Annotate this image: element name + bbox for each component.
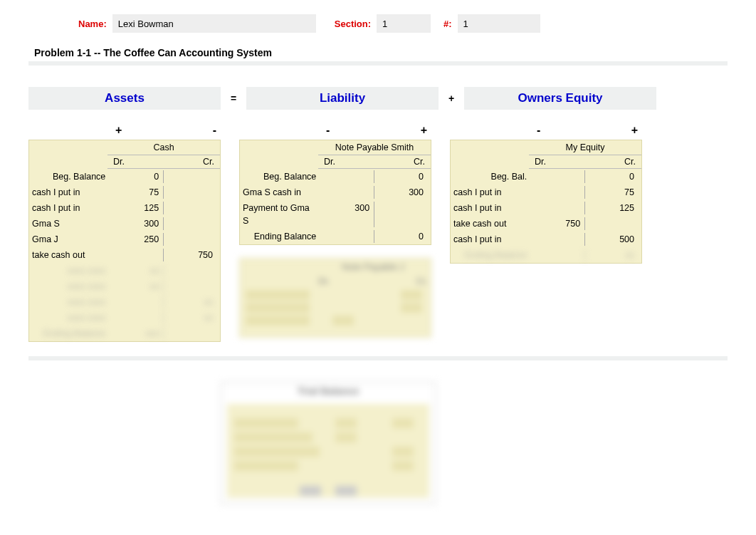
table-row: Beg. Balance0 [240,169,431,185]
equity-signs: - + [450,124,642,137]
table-row: Gma S cash in300 [240,185,431,200]
table-row: Ending Balance0 [240,229,431,244]
assets-signs: + - [28,124,221,137]
table-row: cash I put in500 [451,232,641,247]
equity-title: My Equity [529,140,641,155]
equals-sign: = [229,93,238,104]
equity-t-account: My Equity Dr. Cr. Beg. Bal.0 cash I put … [450,140,642,264]
assets-heading: Assets [28,87,221,110]
table-row: Beg. Balance0 [29,169,220,185]
table-row: take cash out750 [29,247,220,263]
table-row: Payment to Gma S300 [240,200,431,229]
problem-title: Problem 1-1 -- The Coffee Can Accounting… [34,47,728,58]
assets-column: + - Cash Dr. Cr. Beg. Balance0 cash I pu… [28,124,221,342]
table-row: Gma J250 [29,232,220,247]
owners-equity-heading: Owners Equity [464,87,656,110]
section-input[interactable]: 1 [377,14,431,33]
liability-column: - + Note Payable Smith Dr. Cr. Beg. Bala… [239,124,431,338]
blurred-trial-balance: Trial Balance [221,382,436,504]
table-row: cash I put in75 [451,185,641,200]
cash-drcr: Dr. Cr. [107,155,220,169]
name-label: Name: [78,19,107,29]
divider [28,61,728,66]
equity-drcr: Dr. Cr. [529,155,641,169]
table-row: Gma S300 [29,216,220,232]
table-row: cash I put in75 [29,185,220,200]
note-title: Note Payable Smith [318,140,431,155]
liability-signs: - + [239,124,431,137]
form-header: Name: Lexi Bowman Section: 1 #: 1 [78,14,728,33]
table-row: Beg. Bal.0 [451,169,641,185]
table-row: cash I put in125 [451,200,641,216]
table-row: cash I put in125 [29,200,220,216]
blurred-rows: xxxx xxxxxx xxxx xxxxxx xxxx xxxxxx xxxx… [29,263,220,341]
num-label: #: [443,19,452,29]
equation-row: Assets = Liability + Owners Equity [28,87,728,110]
note-drcr: Dr. Cr. [318,155,431,169]
name-input[interactable]: Lexi Bowman [112,14,316,33]
equity-column: - + My Equity Dr. Cr. Beg. Bal.0 cash I … [450,124,642,264]
num-input[interactable]: 1 [458,14,540,33]
liability-heading: Liability [246,87,439,110]
blurred-t-account-2: Note Payable J Dr.Cr. [239,258,431,338]
section-label: Section: [335,19,371,29]
t-account-columns: + - Cash Dr. Cr. Beg. Balance0 cash I pu… [28,124,728,342]
divider [28,356,728,360]
table-row: take cash out750 [451,216,641,232]
plus-sign: + [447,93,456,104]
note-t-account: Note Payable Smith Dr. Cr. Beg. Balance0… [239,140,431,245]
cash-t-account: Cash Dr. Cr. Beg. Balance0 cash I put in… [28,140,221,342]
blurred-rows: Ending Balancexx [451,247,641,263]
cash-title: Cash [107,140,220,155]
